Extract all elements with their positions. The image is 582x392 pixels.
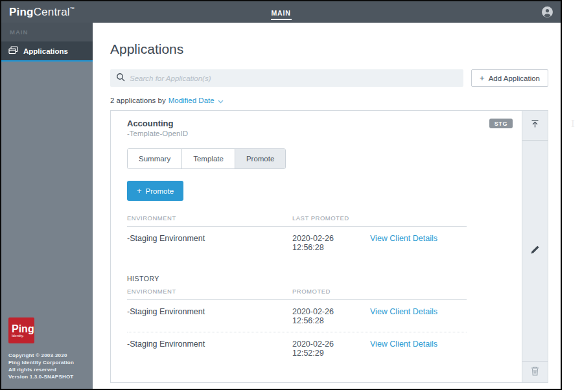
view-client-details-link[interactable]: View Client Details [365, 307, 467, 316]
view-client-details-link[interactable]: View Client Details [365, 234, 467, 243]
card-action-rail [522, 111, 548, 382]
user-avatar-icon[interactable] [542, 6, 553, 17]
chevron-down-icon[interactable] [218, 97, 224, 105]
plus-icon: + [480, 73, 485, 83]
application-name: Accounting [127, 119, 513, 128]
column-header-empty [365, 214, 467, 222]
delete-application-button[interactable] [522, 361, 548, 382]
version-line: Version 1.3.0-SNAPSHOT [8, 373, 93, 380]
sidebar-item-applications[interactable]: Applications [1, 41, 93, 62]
sidebar-item-label: Applications [23, 47, 68, 55]
tab-summary[interactable]: Summary [128, 149, 182, 168]
environment-name: -Staging Environment [127, 340, 292, 349]
card-main: Accounting -Template-OpenID STG Summary … [111, 111, 522, 382]
copyright-line: All rights reserved [8, 366, 93, 373]
sidebar-spacer [1, 62, 93, 317]
applications-count-text: 2 applications by [110, 97, 166, 104]
history-table: ENVIRONMENT PROMOTED -Staging Environmen… [127, 288, 467, 364]
environment-name: -Staging Environment [127, 307, 292, 316]
column-header-environment: ENVIRONMENT [127, 214, 292, 222]
table-header-row: ENVIRONMENT PROMOTED [127, 288, 467, 300]
promoted-timestamp: 2020-02-26 12:56:28 [292, 234, 365, 252]
search-icon [116, 73, 125, 84]
application-card-accounting: Accounting -Template-OpenID STG Summary … [110, 110, 548, 383]
table-row: -Staging Environment 2020-02-26 12:56:28… [127, 227, 467, 259]
sort-by-link[interactable]: Modified Date [169, 97, 215, 104]
promote-label: Promote [146, 187, 174, 195]
brand-bold: Ping [9, 6, 34, 18]
application-template: -Template-OpenID [127, 130, 513, 137]
edit-application-button[interactable] [522, 141, 548, 361]
nav-tab-main[interactable]: MAIN [270, 4, 291, 20]
trash-icon [531, 366, 539, 378]
copyright-line: Ping Identity Corporation [8, 359, 93, 366]
app-window: PingCentral™ MAIN MAIN [0, 0, 562, 390]
promoted-timestamp: 2020-02-26 12:56:28 [292, 307, 365, 325]
tab-promote[interactable]: Promote [235, 149, 285, 168]
plus-icon: + [137, 186, 142, 196]
applications-icon [8, 46, 18, 56]
collapse-up-icon [530, 119, 540, 132]
top-nav: MAIN [270, 1, 291, 23]
screen: PingCentral™ MAIN MAIN [0, 0, 582, 392]
promoted-timestamp: 2020-02-26 12:52:29 [292, 340, 365, 358]
ping-identity-logo: Ping Identity. [8, 317, 34, 343]
column-header-last-promoted: LAST PROMOTED [292, 214, 365, 222]
search-input[interactable] [130, 75, 458, 82]
table-row: -Staging Environment 2020-02-26 12:52:29… [127, 332, 467, 364]
column-header-promoted: PROMOTED [292, 288, 365, 295]
trademark-symbol: ™ [70, 6, 75, 11]
sidebar-footer: Ping Identity. Copyright © 2003-2020 Pin… [1, 317, 93, 389]
copyright-block: Copyright © 2003-2020 Ping Identity Corp… [8, 352, 93, 380]
history-section-label: HISTORY [127, 275, 513, 282]
copyright-line: Copyright © 2003-2020 [8, 352, 93, 359]
table-row: -Staging Environment 2020-02-26 12:56:28… [127, 300, 467, 332]
view-client-details-link[interactable]: View Client Details [365, 340, 467, 349]
sort-row: 2 applications by Modified Date [110, 97, 548, 104]
sidebar-section-label: MAIN [1, 23, 93, 41]
collapse-card-button[interactable] [522, 111, 548, 141]
tab-template[interactable]: Template [182, 149, 235, 168]
card-tab-group: Summary Template Promote [127, 148, 286, 169]
ping-logo-subtext: Identity. [12, 334, 34, 338]
pencil-icon [530, 245, 540, 257]
environment-name: -Staging Environment [127, 234, 292, 243]
main-content: Applications + Add Application [93, 23, 561, 389]
search-row: + Add Application [110, 69, 548, 87]
current-environment-table: ENVIRONMENT LAST PROMOTED -Staging Envir… [127, 214, 467, 259]
table-header-row: ENVIRONMENT LAST PROMOTED [127, 214, 467, 227]
environment-badge: STG [489, 119, 513, 128]
add-application-label: Add Application [489, 75, 540, 82]
top-header-bar: PingCentral™ MAIN [1, 1, 561, 23]
sidebar: MAIN Applications Ping Ide [1, 23, 93, 389]
column-header-environment: ENVIRONMENT [127, 288, 292, 295]
promote-button[interactable]: + Promote [127, 181, 183, 201]
pingcentral-logo: PingCentral™ [9, 6, 75, 19]
search-box[interactable] [110, 69, 463, 87]
add-application-button[interactable]: + Add Application [471, 69, 548, 87]
page-title: Applications [110, 41, 548, 57]
brand-light: Central [34, 6, 70, 18]
text-cursor-artifact: I [571, 117, 578, 130]
ping-logo-text: Ping [12, 324, 34, 334]
column-header-empty [365, 288, 467, 295]
